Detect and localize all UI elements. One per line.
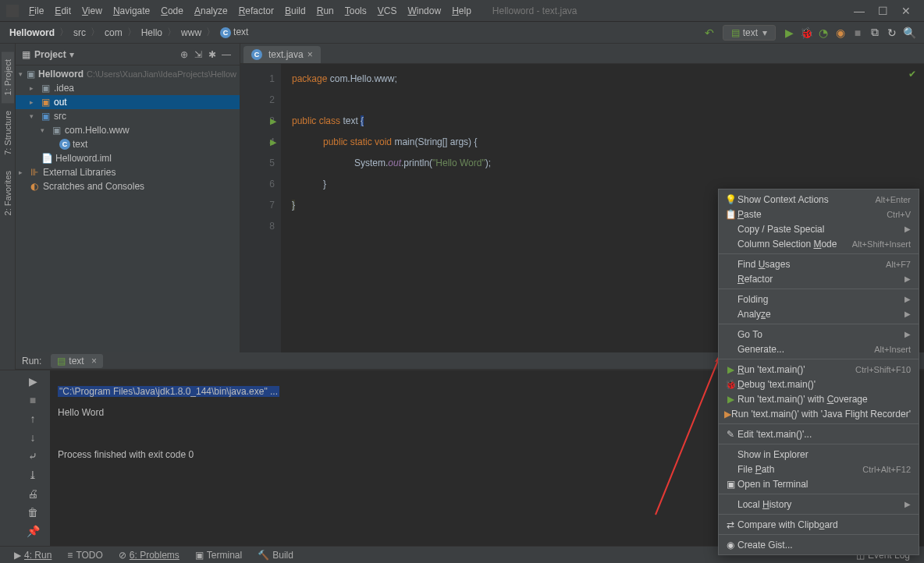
- ctx-paste[interactable]: 📋PasteCtrl+V: [719, 207, 919, 221]
- breadcrumb-helloword[interactable]: Helloword: [6, 27, 58, 38]
- pin-icon[interactable]: 📌: [27, 525, 40, 537]
- run-config-select[interactable]: ▤ text ▾: [723, 25, 776, 41]
- close-button[interactable]: ✕: [894, 5, 918, 17]
- menu-window[interactable]: Window: [402, 3, 446, 19]
- update-button[interactable]: ↻: [883, 27, 901, 39]
- ctx-local-history[interactable]: Local History▶: [719, 497, 919, 512]
- tree-root[interactable]: ▾▣HellowordC:\Users\XuanJian\IdeaProject…: [16, 67, 240, 81]
- ctx-file-path[interactable]: File PathCtrl+Alt+F12: [719, 462, 919, 476]
- ctx-compare-with-clipboard[interactable]: ⇄Compare with Clipboard: [719, 517, 919, 532]
- ctx-create-gist[interactable]: ◉Create Gist...: [719, 537, 919, 552]
- ctx-edit-text-main[interactable]: ✎Edit 'text.main()'...: [719, 427, 919, 441]
- submenu-arrow-icon: ▶: [904, 274, 911, 283]
- breadcrumb-hello[interactable]: Hello: [138, 27, 165, 38]
- submenu-arrow-icon: ▶: [904, 500, 911, 508]
- project-tab[interactable]: 1: Project: [2, 51, 14, 103]
- context-separator: [719, 253, 919, 254]
- sb-problems[interactable]: ⊘6: Problems: [111, 550, 187, 561]
- locate-icon[interactable]: ⊕: [177, 49, 191, 60]
- ctx-generate[interactable]: Generate...Alt+Insert: [719, 342, 919, 356]
- tree-iml[interactable]: 📄Helloword.iml: [16, 151, 240, 165]
- ctx-run-text-main-with-java-flight-recorder[interactable]: ▶Run 'text.main()' with 'Java Flight Rec…: [719, 406, 919, 421]
- breadcrumb-src[interactable]: src: [70, 27, 89, 38]
- ctx-find-usages[interactable]: Find UsagesAlt+F7: [719, 257, 919, 271]
- sb-todo[interactable]: ≡TODO: [59, 550, 110, 561]
- up-icon[interactable]: ↑: [30, 413, 36, 425]
- clear-icon[interactable]: 🗑: [27, 506, 38, 519]
- ctx-open-in-terminal[interactable]: ▣Open in Terminal: [719, 476, 919, 491]
- menu-vcs[interactable]: VCS: [372, 3, 403, 19]
- ctx-folding[interactable]: Folding▶: [719, 292, 919, 306]
- breadcrumb-www[interactable]: www: [178, 27, 204, 38]
- menu-edit[interactable]: Edit: [49, 3, 76, 19]
- menu-run[interactable]: Run: [311, 3, 339, 19]
- tree-file-text[interactable]: Ctext: [16, 137, 240, 151]
- close-icon[interactable]: ×: [91, 356, 97, 366]
- menu-code[interactable]: Code: [155, 3, 189, 19]
- chevron-down-icon: ▾: [762, 27, 767, 38]
- menu-analyze[interactable]: Analyze: [189, 3, 233, 19]
- menu-navigate[interactable]: Navigate: [108, 3, 155, 19]
- breadcrumb-com[interactable]: com: [101, 27, 126, 38]
- ctx-show-in-explorer[interactable]: Show in Explorer: [719, 447, 919, 462]
- run-tab[interactable]: ▤text ×: [51, 354, 103, 368]
- scroll-end-icon[interactable]: ⤓: [28, 469, 37, 481]
- coverage-button[interactable]: ◔: [815, 27, 832, 39]
- stop-button[interactable]: ■: [849, 27, 866, 39]
- expand-icon[interactable]: ⇲: [191, 49, 205, 60]
- ctx-run-text-main-with-coverage[interactable]: ▶Run 'text.main()' with Coverage: [719, 391, 919, 406]
- tree-package[interactable]: ▾▣com.Hello.www: [16, 123, 240, 137]
- submenu-arrow-icon: ▶: [904, 225, 911, 233]
- maximize-button[interactable]: ☐: [871, 5, 894, 17]
- chevron-down-icon[interactable]: ▾: [69, 49, 74, 60]
- favorites-tab[interactable]: 2: Favorites: [2, 163, 14, 223]
- tree-scratches[interactable]: ◐Scratches and Consoles: [16, 179, 240, 193]
- sb-terminal[interactable]: ▣Terminal: [187, 550, 250, 561]
- run-config-label: text: [743, 27, 758, 38]
- ctx-analyze[interactable]: Analyze▶: [719, 306, 919, 321]
- rerun-icon[interactable]: ▶: [29, 375, 37, 388]
- run-gutter-icon[interactable]: ▶: [270, 132, 276, 153]
- ctx-copy-paste-special[interactable]: Copy / Paste Special▶: [719, 221, 919, 236]
- minimize-button[interactable]: —: [848, 5, 871, 17]
- sb-build[interactable]: 🔨Build: [250, 550, 301, 561]
- menu-refactor[interactable]: Refactor: [233, 3, 279, 19]
- menu-build[interactable]: Build: [279, 3, 311, 19]
- attach-button[interactable]: ⧉: [866, 26, 883, 39]
- structure-tab[interactable]: 7: Structure: [2, 103, 14, 163]
- print-icon[interactable]: 🖨: [27, 487, 38, 500]
- soft-wrap-icon[interactable]: ⤶: [28, 450, 37, 462]
- down-icon[interactable]: ↓: [30, 431, 36, 444]
- ctx-refactor[interactable]: Refactor▶: [719, 271, 919, 286]
- ctx-item-label: Find Usages: [737, 259, 886, 270]
- run-gutter-icon[interactable]: ▶: [270, 111, 276, 132]
- menu-help[interactable]: Help: [446, 3, 477, 19]
- run-button[interactable]: ▶: [780, 27, 798, 39]
- inspection-ok-icon[interactable]: ✔: [908, 69, 916, 80]
- menu-file[interactable]: File: [23, 3, 49, 19]
- ctx-debug-text-main[interactable]: 🐞Debug 'text.main()': [719, 377, 919, 391]
- search-icon[interactable]: 🔍: [901, 27, 918, 39]
- back-nav-icon[interactable]: ↶: [701, 27, 718, 39]
- ctx-column-selection-mode[interactable]: Column Selection ModeAlt+Shift+Insert: [719, 236, 919, 251]
- menu-tools[interactable]: Tools: [339, 3, 372, 19]
- tree-out[interactable]: ▸▣out: [16, 95, 240, 109]
- debug-button[interactable]: 🐞: [798, 27, 815, 39]
- ctx-show-context-actions[interactable]: 💡Show Context ActionsAlt+Enter: [719, 192, 919, 207]
- ctx-shortcut: Alt+Shift+Insert: [852, 239, 911, 249]
- menu-view[interactable]: View: [76, 3, 108, 19]
- tree-external-libs[interactable]: ▸⊪External Libraries: [16, 165, 240, 179]
- ctx-run-text-main[interactable]: ▶Run 'text.main()'Ctrl+Shift+F10: [719, 362, 919, 377]
- tree-idea[interactable]: ▸▣.idea: [16, 81, 240, 95]
- ctx-go-to[interactable]: Go To▶: [719, 327, 919, 342]
- settings-icon[interactable]: ✱: [205, 49, 219, 60]
- ctx-item-label: Local History: [737, 499, 904, 510]
- editor-tab-text[interactable]: C text.java ×: [243, 46, 321, 63]
- breadcrumb-text[interactable]: Ctext: [217, 27, 251, 38]
- sb-run[interactable]: ▶4: Run: [6, 550, 59, 561]
- stop-run-icon[interactable]: ■: [30, 394, 36, 406]
- collapse-icon[interactable]: —: [219, 49, 233, 60]
- profile-button[interactable]: ◉: [832, 27, 849, 39]
- tree-src[interactable]: ▾▣src: [16, 109, 240, 123]
- close-tab-icon[interactable]: ×: [307, 49, 313, 60]
